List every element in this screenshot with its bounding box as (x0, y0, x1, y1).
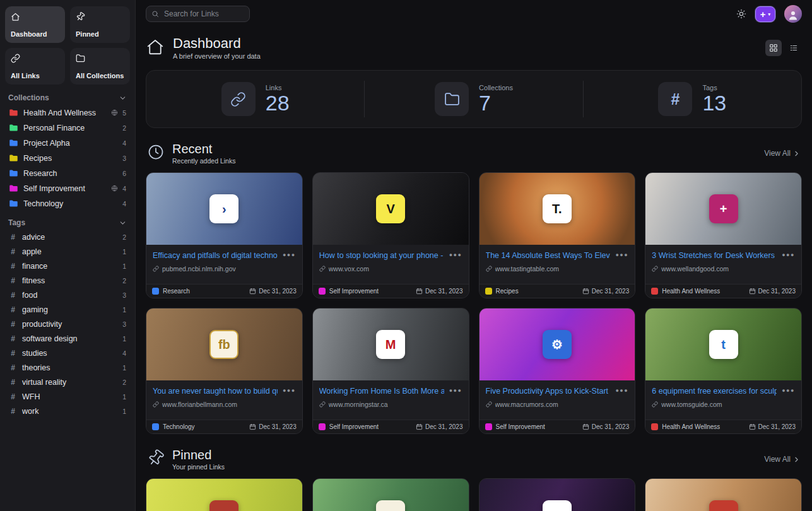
link-card[interactable]: fb You are never taught how to build qua… (146, 308, 303, 434)
link-title[interactable]: How to stop looking at your phone - Vox (319, 250, 444, 261)
sidebar-tag-item[interactable]: # software design 1 (5, 332, 130, 346)
sidebar-item-dashboard[interactable]: Dashboard (5, 6, 65, 43)
date-text: Dec 31, 2023 (758, 288, 796, 295)
link-url: www.tomsguide.com (652, 401, 795, 408)
card-menu-button[interactable]: ●●● (782, 386, 795, 395)
card-menu-button[interactable]: ●●● (615, 386, 628, 395)
link-thumbnail (645, 479, 801, 511)
sidebar-collection-item[interactable]: Research 6 (5, 166, 130, 180)
collection-meta: 6 (121, 170, 126, 177)
link-card[interactable] (312, 478, 469, 511)
collection-name[interactable]: Health And Wellness (662, 423, 720, 430)
sidebar-tag-item[interactable]: # productivity 3 (5, 317, 130, 331)
sidebar-tag-item[interactable]: # virtual reality 2 (5, 375, 130, 389)
sidebar-tag-item[interactable]: # theories 1 (5, 361, 130, 375)
collection-name[interactable]: Health And Wellness (662, 288, 720, 295)
card-menu-button[interactable]: ●●● (283, 250, 296, 259)
link-card[interactable] (645, 478, 802, 511)
search-box[interactable] (146, 6, 250, 22)
link-title[interactable]: You are never taught how to build qualit… (153, 386, 278, 396)
collection-name[interactable]: Self Improvement (496, 423, 545, 430)
sidebar-item-all-links[interactable]: All Links (5, 48, 65, 85)
sidebar-tag-item[interactable]: # gaming 1 (5, 303, 130, 317)
collection-count: 4 (121, 200, 126, 208)
sidebar-item-all-collections[interactable]: All Collections (70, 48, 130, 85)
sidebar-collection-item[interactable]: Health And Wellness 5 (5, 105, 130, 120)
section-title: Recent (172, 142, 235, 156)
hash-icon: # (9, 334, 17, 343)
sidebar-collection-item[interactable]: Self Improvement 4 (5, 181, 130, 196)
chevron-down-icon[interactable] (119, 219, 127, 227)
sidebar-tag-item[interactable]: # apple 1 (5, 245, 130, 259)
sidebar-collection-item[interactable]: Personal Finance 2 (5, 120, 130, 135)
new-link-button[interactable]: + ▾ (755, 6, 775, 22)
sidebar-tag-item[interactable]: # finance 1 (5, 259, 130, 273)
link-card[interactable] (146, 478, 303, 511)
sidebar-item-pinned[interactable]: Pinned (70, 6, 130, 43)
link-title[interactable]: Working From Home Is Both More and L... (319, 386, 444, 396)
sidebar-tag-item[interactable]: # fitness 2 (5, 274, 130, 288)
site-logo: + (709, 194, 738, 223)
collection-name: Research (23, 169, 116, 178)
link-card[interactable]: + 3 Wrist Stretches for Desk Workers to … (645, 172, 802, 298)
folder-icon (9, 153, 18, 163)
link-icon (652, 266, 658, 272)
collection-name[interactable]: Self Improvement (329, 423, 379, 430)
pinned-links-grid (146, 478, 802, 511)
sidebar-collection-item[interactable]: Project Alpha 4 (5, 136, 130, 150)
link-thumbnail (480, 479, 635, 511)
calendar-icon (416, 288, 423, 295)
sidebar-tag-item[interactable]: # work 1 (5, 404, 130, 418)
card-menu-button[interactable]: ●●● (449, 386, 462, 395)
url-text: www.vox.com (329, 265, 369, 273)
link-card[interactable]: V How to stop looking at your phone - Vo… (312, 172, 469, 298)
calendar-icon (582, 288, 589, 295)
url-text: www.tastingtable.com (495, 265, 560, 273)
card-menu-button[interactable]: ●●● (283, 386, 296, 395)
avatar[interactable] (784, 5, 802, 23)
sidebar-tag-item[interactable]: # food 3 (5, 288, 130, 302)
theme-toggle-button[interactable] (736, 9, 746, 19)
tag-count: 1 (121, 408, 126, 415)
link-card[interactable]: T. The 14 Absolute Best Ways To Elevate … (479, 172, 636, 298)
recent-view-all-link[interactable]: View All (764, 149, 801, 158)
list-view-button[interactable] (786, 40, 802, 56)
search-input[interactable] (163, 9, 238, 19)
grid-view-button[interactable] (765, 40, 782, 56)
collection-name[interactable]: Technology (163, 423, 195, 430)
card-menu-button[interactable]: ●●● (782, 250, 795, 259)
link-title[interactable]: 3 Wrist Stretches for Desk Workers to D.… (652, 250, 777, 261)
link-title[interactable]: Five Productivity Apps to Kick-Start the… (486, 386, 611, 396)
sidebar-collection-item[interactable]: Recipes 3 (5, 151, 130, 165)
link-card[interactable]: ⚙ Five Productivity Apps to Kick-Start t… (479, 308, 636, 434)
collection-name[interactable]: Self Improvement (329, 288, 379, 295)
sidebar-collection-item[interactable]: Technology 4 (5, 196, 130, 211)
tags-header-label: Tags (8, 218, 25, 227)
view-toggles (765, 40, 802, 56)
collection-meta: 4 (111, 185, 126, 192)
hash-icon: # (9, 291, 17, 300)
link-card[interactable]: › Efficacy and pitfalls of digital techn… (146, 172, 303, 298)
link-title[interactable]: The 14 Absolute Best Ways To Elevate Fr.… (486, 250, 611, 261)
folder-icon (9, 168, 18, 178)
pinned-view-all-link[interactable]: View All (764, 455, 801, 464)
card-menu-button[interactable]: ●●● (449, 250, 462, 259)
collection-name[interactable]: Recipes (496, 288, 519, 295)
link-card[interactable]: M Working From Home Is Both More and L..… (312, 308, 469, 434)
link-title[interactable]: Efficacy and pitfalls of digital technol… (153, 250, 278, 261)
search-icon (151, 10, 159, 18)
sidebar-tag-item[interactable]: # advice 2 (5, 230, 130, 244)
sidebar-tag-item[interactable]: # studies 4 (5, 346, 130, 360)
collection-count: 4 (121, 139, 126, 147)
card-menu-button[interactable]: ●●● (615, 250, 628, 259)
chevron-down-icon[interactable] (119, 94, 127, 102)
link-card[interactable] (479, 478, 636, 511)
collection-name[interactable]: Research (163, 288, 190, 295)
card-body: 6 equipment free exercises for sculpting… (645, 380, 801, 409)
collection-name: Health And Wellness (23, 109, 106, 117)
sidebar-tag-item[interactable]: # WFH 1 (5, 390, 130, 404)
clock-icon (147, 143, 165, 163)
link-title[interactable]: 6 equipment free exercises for sculpting… (652, 386, 777, 396)
folder-icon (9, 184, 18, 193)
link-card[interactable]: t 6 equipment free exercises for sculpti… (645, 308, 802, 434)
